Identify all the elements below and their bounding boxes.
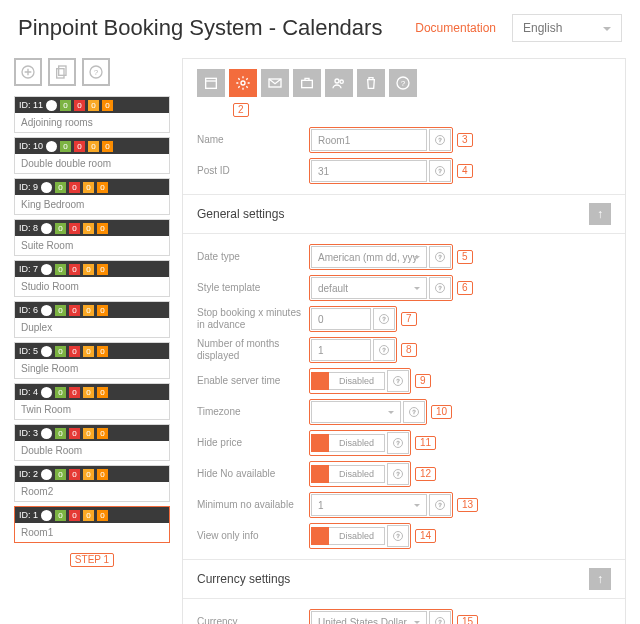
help-icon[interactable]: ? — [389, 69, 417, 97]
text-input[interactable] — [311, 339, 371, 361]
field-help-icon[interactable]: ? — [429, 494, 451, 516]
field-help-icon[interactable]: ? — [429, 129, 451, 151]
toggle[interactable]: Disabled — [311, 465, 385, 483]
annotation-badge: 10 — [431, 405, 452, 419]
svg-text:?: ? — [412, 409, 415, 415]
calendar-item[interactable]: ID: 5 0 0 0 0 Single Room — [14, 342, 170, 379]
calendar-icon[interactable] — [197, 69, 225, 97]
documentation-link[interactable]: Documentation — [415, 21, 496, 35]
toggle[interactable]: Disabled — [311, 434, 385, 452]
select[interactable]: United States Dollar — [311, 611, 427, 624]
calendar-item[interactable]: ID: 1 0 0 0 0 Room1 — [14, 506, 170, 543]
field-help-icon[interactable]: ? — [373, 339, 395, 361]
text-input[interactable] — [311, 308, 371, 330]
annotation-badge: 14 — [415, 529, 436, 543]
collapse-icon[interactable]: ↑ — [589, 203, 611, 225]
field-label: Enable server time — [197, 375, 309, 387]
stat-pill: 0 — [69, 346, 80, 357]
calendar-item[interactable]: ID: 9 0 0 0 0 King Bedroom — [14, 178, 170, 215]
toggle[interactable]: Disabled — [311, 527, 385, 545]
text-input[interactable] — [311, 129, 427, 151]
field-control: United States Dollar? — [309, 609, 453, 624]
stat-pill: 0 — [55, 428, 66, 439]
svg-point-10 — [340, 80, 343, 83]
settings-icon[interactable] — [229, 69, 257, 97]
calendar-item[interactable]: ID: 2 0 0 0 0 Room2 — [14, 465, 170, 502]
field-help-icon[interactable]: ? — [429, 611, 451, 624]
svg-text:?: ? — [438, 254, 441, 260]
calendar-item[interactable]: ID: 3 0 0 0 0 Double Room — [14, 424, 170, 461]
stat-pill: 0 — [83, 510, 94, 521]
calendar-item[interactable]: ID: 6 0 0 0 0 Duplex — [14, 301, 170, 338]
select[interactable]: 1 — [311, 494, 427, 516]
select[interactable]: default — [311, 277, 427, 299]
field-label: Currency — [197, 616, 309, 624]
stat-pill: 0 — [88, 141, 99, 152]
collapse-icon[interactable]: ↑ — [589, 568, 611, 590]
stat-pill: 0 — [55, 264, 66, 275]
calendar-id: ID: 3 — [19, 428, 38, 438]
svg-point-6 — [241, 81, 245, 85]
stat-pill: 0 — [97, 182, 108, 193]
field-label: View only info — [197, 530, 309, 542]
calendar-item[interactable]: ID: 10 0 0 0 0 Double double room — [14, 137, 170, 174]
stat-pill: 0 — [55, 223, 66, 234]
calendar-item[interactable]: ID: 8 0 0 0 0 Suite Room — [14, 219, 170, 256]
field-help-icon[interactable]: ? — [403, 401, 425, 423]
calendar-id: ID: 4 — [19, 387, 38, 397]
field-label: Timezone — [197, 406, 309, 418]
field-help-icon[interactable]: ? — [387, 432, 409, 454]
avatar-icon — [41, 469, 52, 480]
avatar-icon — [46, 141, 57, 152]
field-label: Minimum no available — [197, 499, 309, 511]
annotation-badge: 4 — [457, 164, 473, 178]
stat-pill: 0 — [97, 510, 108, 521]
field-help-icon[interactable]: ? — [387, 370, 409, 392]
stat-pill: 0 — [69, 182, 80, 193]
avatar-icon — [41, 305, 52, 316]
stat-pill: 0 — [69, 264, 80, 275]
toggle[interactable]: Disabled — [311, 372, 385, 390]
stat-pill: 0 — [83, 182, 94, 193]
add-icon[interactable] — [14, 58, 42, 86]
field-help-icon[interactable]: ? — [387, 463, 409, 485]
stat-pill: 0 — [69, 469, 80, 480]
text-input[interactable] — [311, 160, 427, 182]
calendar-list: ID: 11 0 0 0 0 Adjoining rooms ID: 10 0 … — [14, 96, 170, 547]
select[interactable]: American (mm dd, yyy — [311, 246, 427, 268]
avatar-icon — [41, 428, 52, 439]
stat-pill: 0 — [102, 141, 113, 152]
trash-icon[interactable] — [357, 69, 385, 97]
annotation-badge: 11 — [415, 436, 436, 450]
calendar-name: Studio Room — [15, 277, 169, 296]
help-icon[interactable]: ? — [82, 58, 110, 86]
briefcase-icon[interactable] — [293, 69, 321, 97]
language-select[interactable]: English — [512, 14, 622, 42]
field-help-icon[interactable]: ? — [429, 160, 451, 182]
calendar-name: Double double room — [15, 154, 169, 173]
field-control: Disabled? — [309, 523, 411, 549]
svg-text:?: ? — [382, 347, 385, 353]
field-label: Date type — [197, 251, 309, 263]
calendar-id: ID: 6 — [19, 305, 38, 315]
field-control: Disabled? — [309, 430, 411, 456]
users-icon[interactable] — [325, 69, 353, 97]
stat-pill: 0 — [83, 387, 94, 398]
field-help-icon[interactable]: ? — [387, 525, 409, 547]
calendar-name: Double Room — [15, 441, 169, 460]
calendar-id: ID: 7 — [19, 264, 38, 274]
svg-rect-1 — [59, 66, 66, 75]
stat-pill: 0 — [102, 100, 113, 111]
stat-pill: 0 — [74, 141, 85, 152]
field-help-icon[interactable]: ? — [429, 277, 451, 299]
field-label: Style template — [197, 282, 309, 294]
calendar-item[interactable]: ID: 4 0 0 0 0 Twin Room — [14, 383, 170, 420]
field-help-icon[interactable]: ? — [373, 308, 395, 330]
annotation-badge: 7 — [401, 312, 417, 326]
calendar-item[interactable]: ID: 7 0 0 0 0 Studio Room — [14, 260, 170, 297]
select[interactable] — [311, 401, 401, 423]
field-help-icon[interactable]: ? — [429, 246, 451, 268]
copy-icon[interactable] — [48, 58, 76, 86]
mail-icon[interactable] — [261, 69, 289, 97]
calendar-item[interactable]: ID: 11 0 0 0 0 Adjoining rooms — [14, 96, 170, 133]
